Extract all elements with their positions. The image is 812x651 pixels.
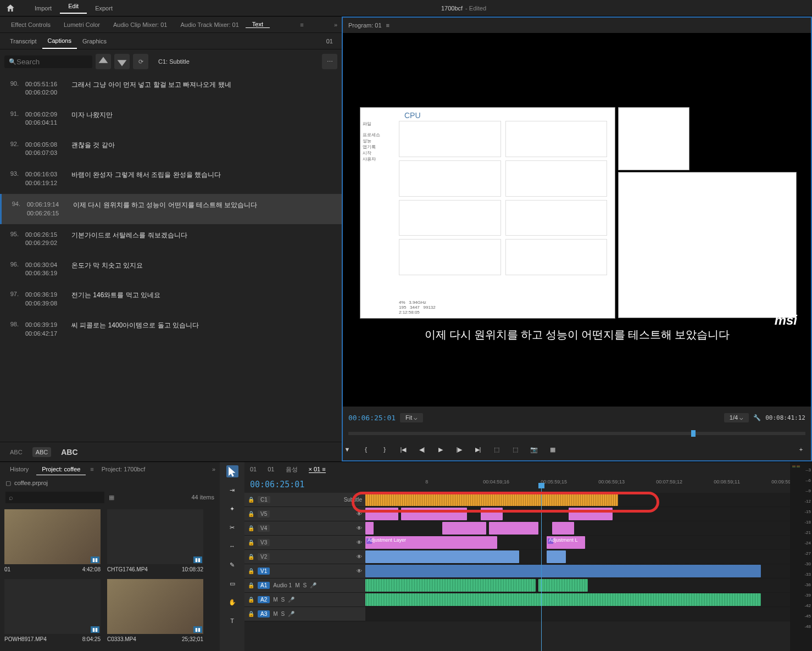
caption-text[interactable]: 온도가 막 치솟고 있지요 — [71, 261, 337, 278]
caption-row[interactable]: 94. 00:06:19:1400:06:26:15 이제 다시 원위치를 하고… — [0, 194, 342, 224]
track-select-tool[interactable]: ⇥ — [226, 484, 238, 496]
caption-text[interactable]: 그래서 그냥 아이 먼저 넣고 할걸 보고 빠져나오게 됐네 — [71, 80, 337, 97]
timeline-track[interactable]: 🔒 A3 MS🎤 — [244, 607, 790, 621]
track-id-toggle[interactable]: V5 — [258, 510, 270, 518]
playhead[interactable] — [541, 486, 542, 651]
clip[interactable] — [365, 522, 374, 535]
in-point-icon[interactable]: { — [361, 445, 370, 454]
hamburger-icon[interactable]: ≡ — [386, 22, 390, 29]
clip[interactable] — [365, 593, 761, 606]
overflow-icon[interactable]: » — [212, 466, 215, 472]
track-id-toggle[interactable]: V2 — [258, 553, 270, 560]
track-id-toggle[interactable]: C1 — [258, 496, 270, 503]
track-header[interactable]: 🔒 V5 👁 — [244, 507, 365, 521]
caption-row[interactable]: 92. 00:06:05:0800:06:07:03 괜찮을 것 같아 — [0, 134, 342, 164]
track-content[interactable] — [365, 578, 790, 592]
eye-icon[interactable]: 👁 — [357, 554, 362, 560]
tab-history[interactable]: History — [4, 464, 34, 475]
goto-out-icon[interactable]: ▶| — [474, 445, 482, 454]
clip[interactable] — [365, 579, 536, 592]
track-content[interactable] — [365, 607, 790, 621]
razor-tool[interactable]: ✂ — [226, 521, 238, 533]
extract-icon[interactable]: ⬚ — [511, 445, 520, 454]
clip[interactable] — [569, 508, 613, 520]
timeline-tab-3[interactable]: × 01 ≡ — [309, 466, 326, 473]
wrench-icon[interactable]: 🔧 — [753, 414, 761, 421]
caption-row[interactable]: 90. 00:05:51:1600:06:02:00 그래서 그냥 아이 먼저 … — [0, 74, 342, 104]
scrub-handle[interactable] — [691, 430, 696, 437]
track-header[interactable]: 🔒 V4 👁 — [244, 521, 365, 535]
timeline-track[interactable]: 🔒 V3 👁 Adjustment LayerAdjustment L — [244, 536, 790, 550]
ripple-tool[interactable]: ✦ — [226, 503, 238, 515]
track-header[interactable]: 🔒 C1 Subtitle — [244, 493, 365, 507]
voice-icon[interactable]: 🎤 — [288, 597, 294, 603]
bin-item[interactable]: ▮▮ POWH8917.MP48:04:25 — [4, 579, 101, 642]
clip[interactable] — [365, 493, 618, 506]
current-timecode[interactable]: 00:06:25:01 — [348, 414, 396, 422]
clip[interactable] — [365, 565, 761, 577]
zoom-fit-dropdown[interactable]: Fit ⌵ — [400, 413, 423, 422]
clip[interactable] — [442, 522, 486, 535]
bin-view-icon[interactable]: ▦ — [109, 494, 114, 501]
export-frame-icon[interactable]: 📷 — [530, 445, 538, 454]
tab-effect-controls[interactable]: Effect Controls — [4, 21, 57, 28]
search-input[interactable] — [16, 58, 82, 66]
clip[interactable] — [365, 508, 398, 520]
eye-icon[interactable]: 👁 — [357, 511, 362, 517]
track-id-toggle[interactable]: A3 — [258, 610, 270, 617]
menu-export[interactable]: Export — [87, 5, 121, 12]
timeline-track[interactable]: 🔒 V4 👁 — [244, 521, 790, 536]
track-content[interactable] — [365, 493, 790, 507]
abc-small-button[interactable]: ABC — [7, 447, 26, 457]
tab-lumetri[interactable]: Lumetri Color — [57, 21, 107, 28]
track-content[interactable] — [365, 564, 790, 578]
marker-icon[interactable]: ▼ — [343, 445, 352, 454]
lift-icon[interactable]: ⬚ — [492, 445, 501, 454]
tab-graphics[interactable]: Graphics — [77, 34, 112, 48]
hamburger-icon[interactable]: ≡ — [90, 466, 93, 472]
program-scrubber[interactable] — [343, 429, 811, 438]
timeline-track[interactable]: 🔒 V1 👁 — [244, 564, 790, 578]
caption-row[interactable]: 91. 00:06:02:0900:06:04:11 미자 나왔지만 — [0, 104, 342, 134]
step-back-icon[interactable]: ◀| — [418, 445, 426, 454]
track-id-toggle[interactable]: V1 — [258, 567, 270, 575]
clip[interactable] — [538, 579, 588, 592]
bin-item[interactable]: ▮▮ CHTG1746.MP410:08:32 — [107, 509, 203, 572]
lock-icon[interactable]: 🔒 — [248, 511, 254, 517]
compare-icon[interactable]: ▦ — [548, 445, 557, 454]
slip-tool[interactable]: ↔ — [226, 540, 238, 552]
caption-text[interactable]: 기본가이드로 서탈레스를 줘보겠습니다 — [71, 231, 337, 248]
step-fwd-icon[interactable]: |▶ — [455, 445, 464, 454]
caption-text[interactable]: 전기는 146와트를 먹고 있네요 — [71, 291, 337, 308]
tab-transcript[interactable]: Transcript — [4, 34, 42, 48]
bin-item[interactable]: ▮▮ C0333.MP425;32;01 — [107, 579, 203, 642]
clip[interactable] — [401, 508, 467, 520]
timeline-track[interactable]: 🔒 C1 Subtitle — [244, 493, 790, 507]
eye-icon[interactable]: 👁 — [357, 525, 362, 531]
lock-icon[interactable]: 🔒 — [248, 582, 254, 588]
track-header[interactable]: 🔒 A1 Audio 1 MS🎤 — [244, 578, 365, 592]
caption-list[interactable]: 90. 00:05:51:1600:06:02:00 그래서 그냥 아이 먼저 … — [0, 74, 342, 442]
track-content[interactable] — [365, 521, 790, 535]
home-icon[interactable] — [5, 3, 15, 13]
timeline-tracks[interactable]: 🔒 C1 Subtitle 🔒 V5 👁 🔒 V4 👁 🔒 V3 👁 Adjus… — [244, 493, 790, 651]
track-id-toggle[interactable]: V3 — [258, 539, 270, 546]
tab-captions[interactable]: Captions — [42, 34, 77, 49]
caption-row[interactable]: 93. 00:06:16:0300:06:19:12 바램이 완성자 그렇게 해… — [0, 164, 342, 194]
resolution-dropdown[interactable]: 1/4 ⌵ — [724, 413, 749, 422]
caption-text[interactable]: 이제 다시 원위치를 하고 성능이 어떤지를 테스트해 보았습니다 — [73, 201, 337, 218]
search-box[interactable]: 🔍 — [4, 55, 92, 68]
track-header[interactable]: 🔒 A2 MS🎤 — [244, 593, 365, 607]
rectangle-tool[interactable]: ▭ — [226, 577, 238, 589]
timeline-timecode[interactable]: 00:06:25:01 — [244, 480, 304, 489]
clip[interactable] — [365, 550, 519, 563]
pen-tool[interactable]: ✎ — [226, 559, 238, 571]
timeline-ruler[interactable]: 800:04:59;1600:05:59;1500:06:59;1300:07:… — [425, 479, 790, 490]
caption-row[interactable]: 98. 00:06:39:1900:06:42:17 씨 피콜로는 1400아이… — [0, 314, 342, 344]
track-content[interactable] — [365, 593, 790, 607]
next-caption-button[interactable] — [114, 54, 130, 69]
abc-big-button[interactable]: ABC — [58, 446, 81, 458]
overflow-icon[interactable]: » — [334, 21, 337, 28]
tab-project-1700bcf[interactable]: Project: 1700bcf — [96, 464, 151, 475]
clip[interactable] — [552, 522, 574, 535]
